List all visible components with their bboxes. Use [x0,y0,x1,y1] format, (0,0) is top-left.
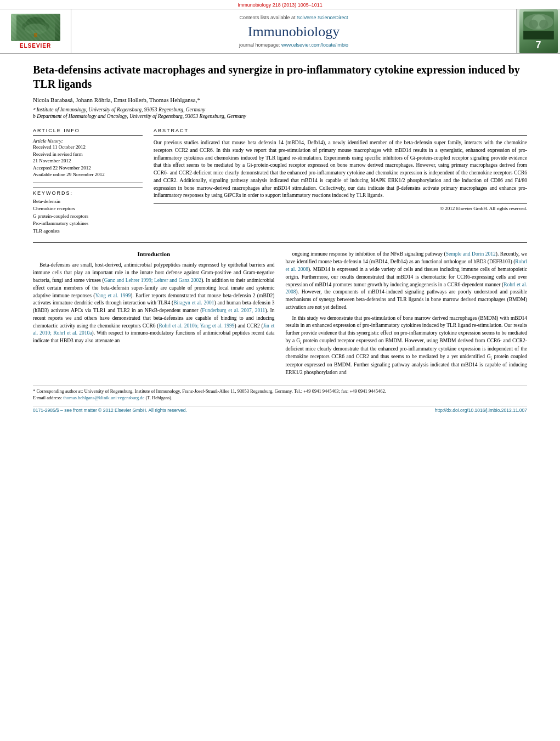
thumb-volume-number: 7 [535,39,541,51]
svg-point-1 [26,17,46,30]
email-link[interactable]: thomas.hehlgans@klinik.uni-regensburg.de [63,395,144,400]
main-content: Beta-defensins activate macrophages and … [0,54,560,420]
intro-col2-text: ongoing immune response by inhibition of… [286,251,528,376]
article-info-section: Article history: Received 11 October 201… [33,135,143,183]
affiliation-a: ᵃ Institute of Immunology, University of… [33,106,527,112]
article-history: Article history: Received 11 October 201… [33,138,143,178]
elsevier-logo-image [11,14,60,41]
page-wrapper: Immunobiology 218 (2013) 1005–1011 ELSEV… [0,0,560,741]
body-section: Introduction Beta-defensins are small, h… [33,251,527,380]
svg-point-3 [36,22,49,31]
svg-rect-0 [16,15,55,40]
journal-thumbnail: 7 [516,9,560,53]
ref-semple-2012[interactable]: Semple and Dorin 2012 [446,251,496,257]
intro-para-3: In this study we demonstrate that pre-st… [286,315,528,377]
abstract-text: Our previous studies indicated that mous… [154,139,527,200]
article-info-label: Article Info [33,128,143,133]
bottom-bar: 0171-2985/$ – see front matter © 2012 El… [33,406,527,414]
svg-rect-5 [34,33,37,37]
keyword-5: TLR agonists [33,228,143,235]
keyword-3: G protein-coupled receptors [33,213,143,220]
authors-line: Nicola Barabasá, Johann Röhrla, Ernst Ho… [33,97,527,103]
journal-header: Immunobiology 218 (2013) 1005–1011 ELSEV… [0,0,560,54]
sciverse-link[interactable]: SciVerse ScienceDirect [297,15,348,20]
svg-point-4 [25,24,47,35]
keyword-1: Beta-defensin [33,198,143,206]
email-label: E-mail address: [33,395,62,400]
ref-funderburg-2007[interactable]: Funderburg et al. 2007, 2011 [202,308,265,313]
authors-text: Nicola Barabasá, Johann Röhrla, Ernst Ho… [33,97,200,103]
section-divider [33,242,527,243]
right-column: Abstract Our previous studies indicated … [154,128,527,235]
sciverse-line: Contents lists available at SciVerse Sci… [239,15,348,20]
homepage-line: journal homepage: www.elsevier.com/locat… [239,42,348,48]
homepage-text: journal homepage: [239,42,280,48]
affiliation-b: b Department of Haematology and Oncology… [33,114,527,119]
keywords-label: Keywords: [33,190,143,196]
ref-jin-2010[interactable]: Jin et al. 2010; Rohrl et al. 2010a [33,323,274,336]
left-column: Article Info Article history: Received 1… [33,128,143,235]
elsevier-brand-text: ELSEVIER [20,43,51,49]
journal-title-area: Contents lists available at SciVerse Sci… [71,9,516,53]
header-main: ELSEVIER Contents lists available at Sci… [0,9,560,54]
article-title: Beta-defensins activate macrophages and … [33,63,527,91]
footnote-area: * Corresponding author at: University of… [33,386,527,401]
keyword-4: Pro-inflammatory cytokines [33,220,143,228]
journal-big-title: Immunobiology [248,24,340,40]
doi-link[interactable]: http://dx.doi.org/10.1016/j.imbio.2012.1… [435,408,527,413]
copyright-line: © 2012 Elsevier GmbH. All rights reserve… [154,206,527,211]
revised-date: 21 November 2012 [33,157,143,165]
body-col-left: Introduction Beta-defensins are small, h… [33,251,275,380]
abstract-label: Abstract [154,128,527,133]
journal-cover-icon [522,12,555,39]
sciverse-text: Contents lists available at [239,15,295,20]
footnote-corresponding: * Corresponding author at: University of… [33,388,527,395]
revised-label: Received in revised form [33,151,143,158]
ref-yang-1999[interactable]: Yang et al. 1999 [95,293,131,298]
svg-rect-10 [523,31,554,39]
available-date: Available online 29 November 2012 [33,171,143,178]
intro-para-2: ongoing immune response by inhibition of… [286,251,528,311]
svg-point-9 [539,20,548,29]
introduction-title: Introduction [33,251,275,257]
accepted-date: Accepted 22 November 2012 [33,165,143,172]
email-note: (T. Hehlgans). [146,395,173,400]
ref-rohrl-2010b[interactable]: Rohrl et al. 2010b; Yang et al. 1999 [159,323,235,329]
homepage-link[interactable]: www.elsevier.com/locate/imbio [281,42,348,48]
keywords-section: Keywords: Beta-defensin Chemokine recept… [33,188,143,235]
history-label: Article history: [33,138,143,144]
svg-point-7 [531,15,546,29]
body-col-right: ongoing immune response by inhibition of… [286,251,528,380]
ref-rohrl-2008b[interactable]: Rohrl et al. 2008 [286,282,527,295]
footnote-email: E-mail address: thomas.hehlgans@klinik.u… [33,395,527,401]
elsevier-tree-icon [16,15,55,40]
elsevier-logo-area: ELSEVIER [0,9,71,53]
ref-ganz-1999[interactable]: Ganz and Lehrer 1999; Lehrer and Ganz 20… [104,278,201,283]
intro-col1-text: Beta-defensins are small, host-derived, … [33,262,275,344]
keyword-2: Chemokine receptors [33,205,143,213]
journal-ref: Immunobiology 218 (2013) 1005–1011 [237,2,323,8]
journal-thumb-image: 7 [519,9,558,53]
intro-para-1: Beta-defensins are small, host-derived, … [33,262,275,344]
article-info-abstract-section: Article Info Article history: Received 1… [33,128,527,235]
received-date: Received 11 October 2012 [33,144,143,151]
issn-text: 0171-2985/$ – see front matter © 2012 El… [33,408,187,413]
ref-biragyn-2001[interactable]: Biragyn et al. 2001 [173,300,214,306]
svg-point-2 [22,22,35,31]
abstract-section: Our previous studies indicated that mous… [154,135,527,203]
ref-rohrl-2008[interactable]: Rohrl et al. 2008 [286,259,528,272]
svg-point-8 [529,20,538,29]
journal-ref-bar: Immunobiology 218 (2013) 1005–1011 [0,0,560,9]
